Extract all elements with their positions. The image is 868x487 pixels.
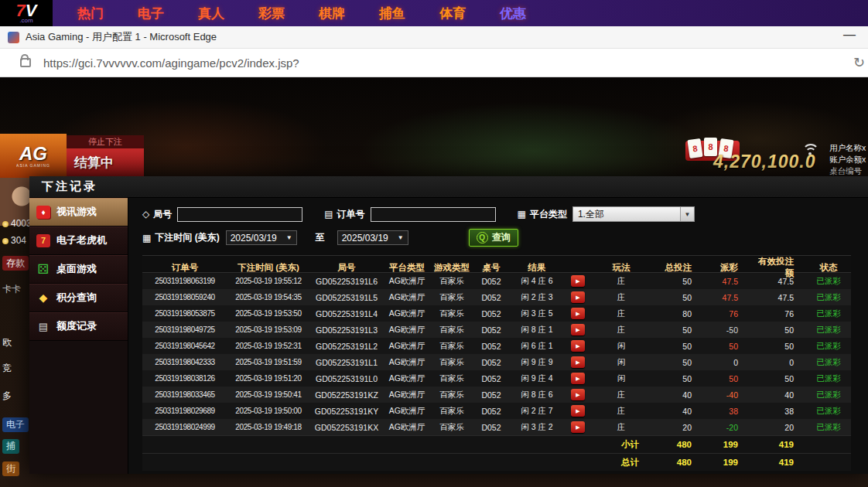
date-from-select[interactable]: 2025/03/19 ▼ <box>226 230 297 245</box>
cell-bet-type: 闲 <box>591 373 651 384</box>
cell-platform: AG欧洲厅 <box>384 422 430 433</box>
play-icon[interactable]: ▶ <box>571 356 585 368</box>
bg-fragment: 街 <box>2 461 19 476</box>
play-icon[interactable]: ▶ <box>571 421 585 433</box>
total-row: 总计 480 199 419 <box>142 453 851 471</box>
subtotal-row: 小计 480 199 419 <box>142 435 851 453</box>
cell-table: D052 <box>473 309 509 318</box>
cell-table: D052 <box>473 342 509 351</box>
nav-item-sports[interactable]: 体育 <box>439 5 466 22</box>
table-header-row: 订单号 下注时间 (美东) 局号 平台类型 游戏类型 桌号 结果 玩法 总投注 … <box>142 255 851 273</box>
play-icon[interactable]: ▶ <box>571 340 585 352</box>
cell-valid-bet: 50 <box>750 342 806 351</box>
nav-item-promo[interactable]: 优惠 <box>500 5 526 22</box>
cell-payout: 38 <box>704 407 750 416</box>
refresh-icon[interactable]: ↻ <box>853 54 865 71</box>
cell-order: 250319198059240 <box>142 293 227 301</box>
cell-order: 250319198033465 <box>142 390 227 399</box>
ag-logo: AG ASIA GAMING <box>0 134 67 178</box>
cell-round: GD052253191L1 <box>309 358 384 367</box>
search-icon: Q <box>477 232 488 244</box>
cell-table: D052 <box>473 358 509 367</box>
table-row: 250319198042333 2025-03-19 19:51:59 GD05… <box>142 354 851 370</box>
cell-total-bet: 50 <box>651 293 704 302</box>
query-button[interactable]: Q 查询 <box>469 229 518 247</box>
card-icon: 8 <box>687 138 702 158</box>
table-row: 250319198033465 2025-03-19 19:50:41 GD05… <box>142 387 851 403</box>
cell-bet-type: 庄 <box>591 406 651 417</box>
col-header: 状态 <box>806 262 851 274</box>
play-icon[interactable]: ▶ <box>571 308 585 319</box>
sidebar-item-points-query[interactable]: ◆ 积分查询 <box>29 284 128 312</box>
round-icon: ◇ <box>142 209 149 220</box>
round-number-input[interactable] <box>177 207 302 222</box>
cell-result: 闲 3 庄 5 <box>509 308 565 319</box>
cell-bet-type: 庄 <box>591 325 651 335</box>
cell-replay: ▶ <box>565 291 591 303</box>
sidebar-item-table-games[interactable]: ⚄ 桌面游戏 <box>29 255 128 284</box>
nav-item-fishing[interactable]: 捕鱼 <box>379 5 405 22</box>
play-icon[interactable]: ▶ <box>571 275 585 287</box>
chevron-down-icon: ▼ <box>286 234 292 241</box>
play-icon[interactable]: ▶ <box>571 405 585 417</box>
cell-replay: ▶ <box>565 340 591 352</box>
bet-time-label: ▦ 下注时间 (美东) <box>142 231 220 244</box>
sidebar-item-credit-records[interactable]: ▤ 额度记录 <box>29 312 128 341</box>
bg-fragment: 卡卡 <box>2 283 21 296</box>
play-icon[interactable]: ▶ <box>571 389 585 400</box>
cell-order: 250319198024999 <box>142 423 227 431</box>
cell-time: 2025-03-19 19:53:09 <box>227 325 309 334</box>
cell-payout: 47.5 <box>704 293 750 302</box>
cell-time: 2025-03-19 19:49:18 <box>227 423 309 431</box>
nav-item-slots[interactable]: 电子 <box>138 5 164 22</box>
platform-type-select[interactable]: 1.全部 ▼ <box>572 206 695 222</box>
cell-order: 250319198053875 <box>142 309 227 318</box>
nav-item-board[interactable]: 棋牌 <box>319 5 345 22</box>
cell-valid-bet: 50 <box>750 325 806 335</box>
window-title: Asia Gaming - 用户配置 1 - Microsoft Edge <box>26 30 217 44</box>
play-icon[interactable]: ▶ <box>571 291 585 303</box>
col-header: 玩法 <box>591 262 651 274</box>
cell-time: 2025-03-19 19:52:31 <box>227 342 309 350</box>
chevron-down-icon: ▼ <box>680 207 694 221</box>
cell-result: 闲 9 庄 9 <box>509 357 565 368</box>
cell-platform: AG欧洲厅 <box>384 406 430 417</box>
cell-order: 250319198045642 <box>142 342 227 350</box>
sidebar-item-slot-machines[interactable]: 7 电子老虎机 <box>29 226 128 255</box>
table-row: 250319198049725 2025-03-19 19:53:09 GD05… <box>142 322 851 338</box>
bg-fragment: 多 <box>2 390 12 403</box>
deposit-button-fragment[interactable]: 存款 <box>2 256 29 271</box>
cell-valid-bet: 38 <box>750 407 806 416</box>
cell-bet-type: 庄 <box>591 308 651 319</box>
date-to-select[interactable]: 2025/03/19 ▼ <box>337 230 408 245</box>
balance-fragment: 4003 <box>2 218 32 229</box>
nav-item-live[interactable]: 真人 <box>198 5 224 22</box>
nav-item-hot[interactable]: 热门 <box>77 5 104 22</box>
play-icon[interactable]: ▶ <box>571 324 585 335</box>
cell-table: D052 <box>473 390 509 400</box>
cell-game: 百家乐 <box>430 276 473 287</box>
cell-table: D052 <box>473 293 509 302</box>
order-number-input[interactable] <box>371 207 496 222</box>
cell-bet-type: 闲 <box>591 341 651 352</box>
modal-content: ◇ 局号 ▤ 订单号 ▦ 平台类型 1.全部 ▼ <box>128 198 868 474</box>
cell-bet-type: 庄 <box>591 390 651 400</box>
cell-result: 闲 9 庄 4 <box>509 373 565 384</box>
bet-records-table: 订单号 下注时间 (美东) 局号 平台类型 游戏类型 桌号 结果 玩法 总投注 … <box>142 255 851 471</box>
site-logo[interactable]: 7V .com <box>0 0 53 26</box>
cell-game: 百家乐 <box>430 422 473 433</box>
favicon <box>8 32 19 43</box>
sidebar-item-live-games[interactable]: ♦ 视讯游戏 <box>29 198 128 226</box>
cell-platform: AG欧洲厅 <box>384 325 430 335</box>
cell-valid-bet: 20 <box>750 423 806 432</box>
record-icon: ▤ <box>36 320 50 333</box>
table-row: 250319198024999 2025-03-19 19:49:18 GD05… <box>142 419 851 435</box>
stop-betting-label: 停止下注 <box>67 135 144 148</box>
nav-item-lottery[interactable]: 彩票 <box>258 5 285 22</box>
cell-status: 已派彩 <box>806 308 851 319</box>
cell-time: 2025-03-19 19:50:00 <box>227 407 309 415</box>
address-bar[interactable]: https://gci.7vvvvvv.com/agingame/pcv2/in… <box>43 56 299 70</box>
minimize-icon[interactable]: — <box>843 28 856 42</box>
cell-total-bet: 80 <box>651 309 704 318</box>
play-icon[interactable]: ▶ <box>571 373 585 384</box>
